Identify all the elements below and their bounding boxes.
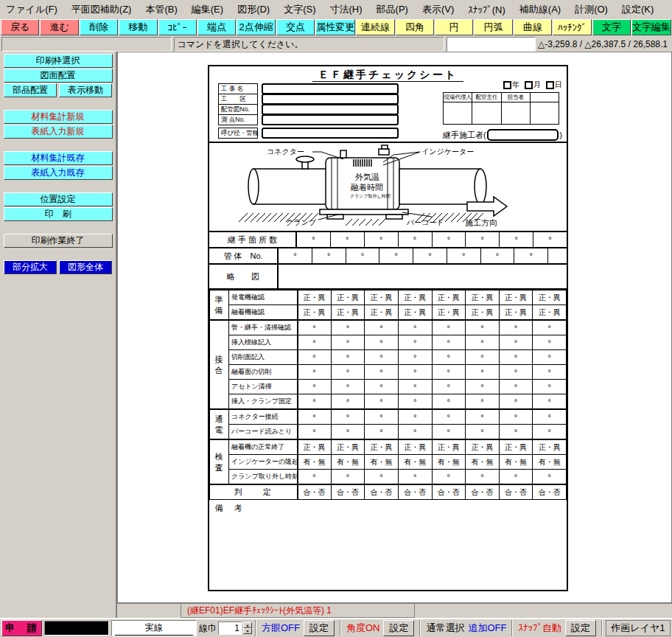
checklist-cell: ° xyxy=(533,365,567,380)
line-color-swatch[interactable] xyxy=(44,621,109,636)
diagram-center-text-3: クランプ取外し時間 xyxy=(350,193,391,200)
apply-button[interactable]: 申 請 xyxy=(1,620,42,636)
menu-item[interactable]: 部品(P) xyxy=(377,3,408,16)
sidebar-zoom-whole[interactable]: 図形全体 xyxy=(59,260,112,274)
checklist-cell: ° xyxy=(298,470,332,485)
sketch-area xyxy=(279,265,567,288)
sheet-tab[interactable]: (継EF01)EF継手ﾁｪｯｸｼｰﾄ(外気温等) 1 xyxy=(181,604,415,618)
diagram-clamp-label: クランプ xyxy=(286,217,316,228)
staff-header-cell: 現場代理人 xyxy=(444,93,472,102)
menu-item[interactable]: 表示(V) xyxy=(422,3,454,16)
grid-toggle[interactable]: 方眼OFF xyxy=(262,622,300,635)
checklist-cell: 正・異 xyxy=(432,305,466,321)
angle-toggle[interactable]: 角度ON xyxy=(346,622,380,635)
grid-settings-button[interactable]: 設定 xyxy=(304,620,335,636)
line-width-up-button[interactable]: ▲ xyxy=(243,622,252,628)
toolbar-button[interactable]: 2点伸縮 xyxy=(237,19,275,35)
checklist-cell: ° xyxy=(533,320,567,335)
menu-item[interactable]: 本管(B) xyxy=(145,3,177,16)
checklist-cell: 有・無 xyxy=(298,455,332,470)
checklist-cell: ° xyxy=(331,409,365,425)
toolbar-button[interactable]: 連続線 xyxy=(356,19,394,35)
line-width-value[interactable]: 1 xyxy=(218,622,242,635)
toolbar-button[interactable]: ﾊｯﾁﾝｸﾞ xyxy=(553,19,591,35)
checklist-cell: ° xyxy=(298,425,332,440)
toolbar-button[interactable]: 円 xyxy=(435,19,473,35)
menu-item[interactable]: 編集(E) xyxy=(192,3,223,16)
checklist-cell: ° xyxy=(466,409,500,425)
snap-toggle[interactable]: ｽﾅｯﾌﾟ自動 xyxy=(518,622,561,635)
staff-body-cell xyxy=(444,102,472,125)
checklist-group-label: 通 電 xyxy=(210,409,229,439)
checklist-cell: ° xyxy=(398,320,432,335)
toolbar-button[interactable]: 移動 xyxy=(119,19,157,35)
sidebar-print[interactable]: 印 刷 xyxy=(4,207,113,221)
checklist-cell: 正・異 xyxy=(365,290,399,305)
menu-item[interactable]: 寸法(H) xyxy=(330,3,363,16)
checklist-cell: ° xyxy=(365,335,399,350)
document-header: ＥＦ継手チェックシート 工 事 名工 区配管図No.測 点No.呼び径・管種 年… xyxy=(209,66,567,142)
angle-settings-button[interactable]: 設定 xyxy=(383,620,414,636)
sidebar-cover-input-new[interactable]: 表紙入力新規 xyxy=(4,125,113,139)
header-field-row: 工 区 xyxy=(218,94,399,105)
checklist-cell: 正・異 xyxy=(331,305,365,321)
sidebar-print-frame-select[interactable]: 印刷枠選択 xyxy=(4,54,113,68)
toolbar-button[interactable]: 曲線 xyxy=(514,19,552,35)
menu-item[interactable]: 計測(O) xyxy=(575,3,608,16)
toolbar-button[interactable]: ｺﾋﾟｰ xyxy=(158,19,197,35)
menu-item[interactable]: 設定(K) xyxy=(622,3,654,16)
checklist-item-label: クランプ取り外し時刻 xyxy=(229,470,298,485)
mark-cell-empty xyxy=(547,248,567,263)
sidebar-zoom-partial[interactable]: 部分拡大 xyxy=(4,260,57,274)
checklist-cell: ° xyxy=(365,470,399,485)
menu-item[interactable]: 図形(D) xyxy=(237,3,270,16)
header-field-label: 配管図No. xyxy=(218,104,258,115)
sidebar-material-total-existing[interactable]: 材料集計既存 xyxy=(4,151,113,165)
toolbar-button[interactable]: 文字編集 xyxy=(631,19,671,35)
checklist-cell: ° xyxy=(398,470,432,485)
checklist-cell: ° xyxy=(533,380,567,394)
sidebar-position-setting[interactable]: 位置設定 xyxy=(4,192,113,206)
sidebar-view-move[interactable]: 表示移動 xyxy=(59,83,112,97)
header-field-label: 測 点No. xyxy=(218,114,258,125)
toolbar-button[interactable]: 削除 xyxy=(80,19,118,35)
sidebar-material-total-new[interactable]: 材料集計新規 xyxy=(4,110,113,124)
menu-item[interactable]: ｽﾅｯﾌﾟ(N) xyxy=(468,4,505,15)
toolbar-button[interactable]: 四角 xyxy=(396,19,434,35)
checklist-cell: 正・異 xyxy=(298,305,332,321)
select-mode-label[interactable]: 通常選択 xyxy=(426,622,464,635)
sidebar-drawing-layout[interactable]: 図面配置 xyxy=(4,69,113,83)
drawing-canvas[interactable]: ＥＦ継手チェックシート 工 事 名工 区配管図No.測 点No.呼び径・管種 年… xyxy=(117,52,672,603)
toolbar-button[interactable]: 交点 xyxy=(276,19,315,35)
toolbar-button[interactable]: 文字 xyxy=(592,19,631,35)
toolbar-button[interactable]: 進む xyxy=(40,19,78,35)
diagram-direction-label: 施工方向 xyxy=(465,217,497,229)
checklist-cell: ° xyxy=(432,425,466,440)
line-style-selector[interactable]: 実線 xyxy=(111,620,197,636)
line-style-preview xyxy=(115,635,193,636)
checklist-item-label: 挿入標線記入 xyxy=(229,335,298,350)
menu-item[interactable]: 補助線(A) xyxy=(519,3,561,16)
menu-item[interactable]: 文字(S) xyxy=(284,3,315,16)
header-fields: 工 事 名工 区配管図No.測 点No.呼び径・管種 xyxy=(218,83,399,139)
line-width-down-button[interactable]: ▼ xyxy=(243,628,252,634)
checklist-row: アセトン清掃°°°°°°°° xyxy=(210,380,567,394)
menu-item[interactable]: ファイル(F) xyxy=(6,3,57,16)
sidebar-cover-input-existing[interactable]: 表紙入力既存 xyxy=(4,166,113,180)
toolbar-button[interactable]: 戻る xyxy=(1,19,39,35)
coordinate-input[interactable] xyxy=(447,37,536,52)
menu-item[interactable]: 平面図補助(Z) xyxy=(71,3,132,16)
header-field-row: 工 事 名 xyxy=(218,83,399,94)
sidebar-parts-layout[interactable]: 部品配置 xyxy=(4,83,57,97)
snap-settings-button[interactable]: 設定 xyxy=(565,620,596,636)
toolbar-button[interactable]: 円弧 xyxy=(474,19,512,35)
toolbar-button[interactable]: 端点 xyxy=(197,19,236,35)
toolbar-button[interactable]: 属性変更 xyxy=(315,19,355,35)
diagram-indicator-label: インジケーター xyxy=(421,147,474,157)
mark-cell: ° xyxy=(499,232,533,247)
sidebar-print-finish[interactable]: 印刷作業終了 xyxy=(4,234,113,248)
checklist-item-label: インジケーターの隆起 xyxy=(229,455,298,470)
staff-body-cell xyxy=(472,102,501,125)
add-toggle[interactable]: 追加OFF xyxy=(468,622,506,635)
mark-cell: ° xyxy=(312,248,346,263)
